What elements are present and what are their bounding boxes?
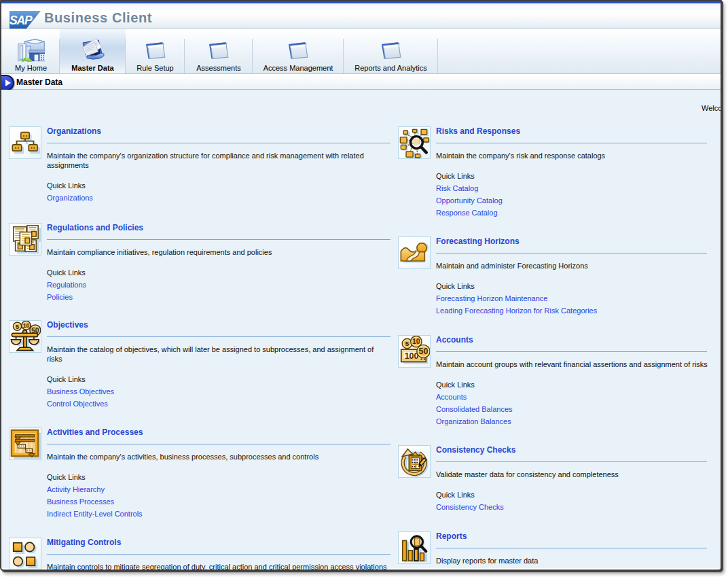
svg-text:SAP: SAP	[10, 14, 33, 27]
svg-text:10: 10	[22, 322, 29, 329]
svg-text:50: 50	[418, 347, 428, 356]
svg-text:5: 5	[16, 324, 19, 330]
svg-text:5: 5	[405, 340, 410, 347]
svg-text:10: 10	[412, 337, 420, 345]
